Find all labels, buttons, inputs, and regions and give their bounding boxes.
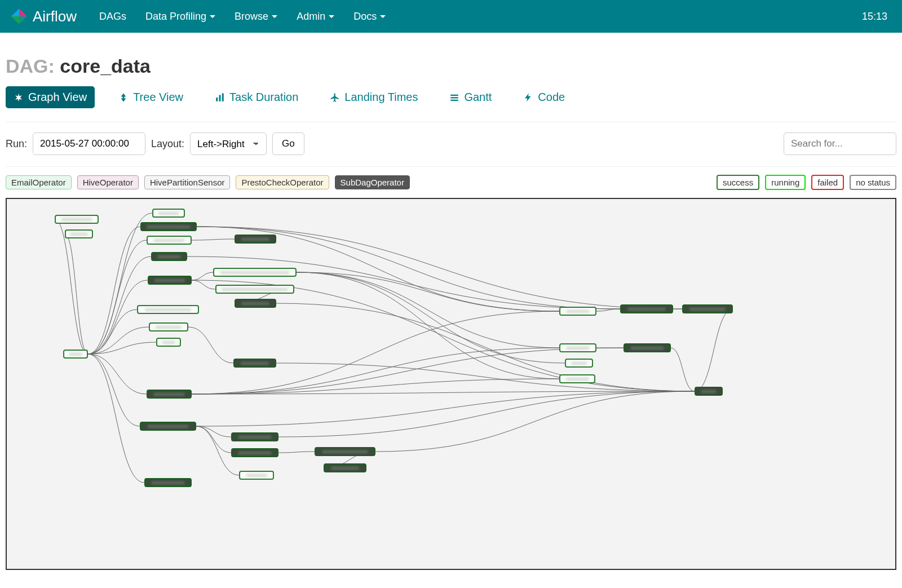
list-icon — [449, 92, 459, 103]
tab-graph-view[interactable]: Graph View — [6, 86, 95, 108]
legend-operator-hivepartitionsensor[interactable]: HivePartitionSensor — [144, 175, 231, 189]
graph-node[interactable]: xxxxxxxxxx — [149, 322, 188, 331]
graph-node[interactable]: xxxxxxxxxxx — [233, 359, 276, 368]
legend-operator-subdagoperator[interactable]: SubDagOperator — [335, 175, 410, 189]
graph-edge — [192, 379, 559, 394]
svg-marker-2 — [11, 16, 19, 24]
nav-item-data-profiling[interactable]: Data Profiling — [136, 7, 224, 26]
nav-item-admin[interactable]: Admin — [288, 7, 343, 26]
graph-node[interactable]: xxxxxxxxxxxxx — [231, 432, 278, 441]
graph-node-label: xxxxxxxx — [246, 472, 267, 478]
graph-node[interactable]: xxxxxxxxxxxxxxxxxx — [137, 305, 199, 314]
graph-edge — [196, 426, 231, 437]
legend-status-failed[interactable]: failed — [811, 175, 844, 190]
tab-label: Task Duration — [229, 91, 298, 104]
chevron-down-icon — [380, 15, 386, 18]
graph-node[interactable]: xxxxxxxxxxxxxxxxxxxxxxxxxx — [215, 285, 294, 294]
svg-rect-6 — [222, 93, 224, 101]
legend-status-no-status[interactable]: no status — [850, 175, 896, 190]
graph-edge — [88, 240, 147, 354]
graph-node[interactable]: xxxxxxxxxxx — [235, 235, 276, 244]
graph-node[interactable]: xxxxxxxxxxxxxxxx — [140, 422, 196, 431]
graph-node[interactable]: xxxxxx — [565, 359, 593, 368]
graph-node[interactable]: xxxxxxxxxxxx — [147, 390, 192, 399]
tab-landing-times[interactable]: Landing Times — [322, 86, 426, 108]
graph-node-label: xxxxxx — [572, 360, 587, 366]
graph-node-label: xxxxxxxxx — [158, 254, 181, 259]
tab-code[interactable]: Code — [515, 86, 573, 108]
graph-node[interactable]: xxxxx — [63, 350, 88, 359]
legend-status-running[interactable]: running — [765, 175, 806, 190]
asterisk-icon — [14, 92, 24, 103]
graph-node[interactable]: xxxxxxxxx — [559, 374, 595, 383]
graph-canvas[interactable]: xxxxxxxxxxxxxxxxxxxxxxxxxxxxxxxxxxxxxxxx… — [6, 198, 896, 570]
graph-node[interactable]: xxxxxxxxxxxx — [147, 236, 192, 245]
tab-task-duration[interactable]: Task Duration — [207, 86, 306, 108]
graph-edge — [278, 452, 315, 453]
graph-node[interactable]: xxxxxxxxxxxxxx — [682, 304, 733, 313]
graph-edge — [695, 309, 733, 391]
search-input[interactable] — [784, 132, 896, 155]
graph-node-label: xxxxxxxxxxxx — [154, 277, 185, 283]
graph-node-label: xxxxxxxxx — [567, 345, 590, 351]
nav-items: DAGsData ProfilingBrowseAdminDocs — [90, 7, 395, 26]
graph-node-label: xxxxxxxxxxxxxxxxxxxxxxxxxx — [222, 286, 288, 292]
brand-text: Airflow — [33, 8, 77, 25]
graph-node[interactable]: xxxxxxxxxxxxxxx — [620, 304, 673, 313]
graph-node[interactable]: xxxxxxxxxxx — [324, 463, 366, 472]
graph-node-label: xxxxxxxxxxxxxxxxxx — [322, 449, 368, 454]
graph-edges-layer — [7, 199, 895, 569]
graph-controls: Run: Layout: Left->Right Go — [6, 132, 896, 167]
graph-node[interactable]: xxxxxxxxxxxx — [148, 276, 192, 285]
view-tabs: Graph ViewTree ViewTask DurationLanding … — [6, 86, 896, 122]
legend-operator-hiveoperator[interactable]: HiveOperator — [77, 175, 139, 189]
graph-node[interactable]: xxxxxxxxxxxxxxxxxx — [315, 447, 375, 456]
graph-node[interactable]: xxxxxx — [695, 387, 723, 396]
graph-node-label: xxxxxxxxxx — [156, 324, 182, 330]
tab-label: Graph View — [28, 91, 87, 104]
graph-node[interactable]: xxxxxxxxxxxxx — [231, 448, 278, 457]
page-title-name: core_data — [60, 55, 151, 77]
tab-label: Tree View — [133, 91, 183, 104]
graph-node[interactable]: xxxxxxxxxxxxx — [144, 478, 192, 487]
graph-edge — [88, 227, 140, 354]
nav-item-dags[interactable]: DAGs — [90, 7, 135, 26]
nav-item-docs[interactable]: Docs — [344, 7, 395, 26]
bar-chart-icon — [215, 92, 225, 103]
legend-operator-emailoperator[interactable]: EmailOperator — [6, 175, 72, 189]
graph-node-label: xxxxxxx — [70, 231, 88, 237]
go-button[interactable]: Go — [272, 132, 304, 155]
brand[interactable]: Airflow — [10, 7, 77, 25]
plane-icon — [330, 92, 340, 103]
graph-node[interactable]: xxxxxxxxxxxxxxxxx — [140, 222, 197, 231]
tab-tree-view[interactable]: Tree View — [110, 86, 191, 108]
graph-node[interactable]: xxxxxxxxx — [151, 252, 187, 261]
status-legend: successrunningfailedno status — [717, 175, 896, 190]
graph-node-label: xxxxxxxxxxx — [241, 300, 269, 306]
graph-node[interactable]: xxxxxxxxx — [559, 307, 596, 316]
nav-item-browse[interactable]: Browse — [226, 7, 286, 26]
graph-node[interactable]: xxxxxxxxx — [559, 343, 596, 352]
graph-node-label: xxxxxxxxxxx — [331, 465, 359, 471]
graph-node[interactable]: xxxxxxx — [65, 229, 93, 238]
graph-edge — [88, 213, 152, 354]
graph-node-label: xxxxxxxxxxxxxxxxxxxxxxxxxxx — [220, 269, 289, 275]
layout-select[interactable]: Left->Right — [190, 132, 267, 155]
tab-gantt[interactable]: Gantt — [441, 86, 499, 108]
graph-node[interactable]: xxxxxxxxxxxxx — [624, 343, 671, 352]
graph-node[interactable]: xxxxxxxxxxxx — [55, 215, 99, 224]
graph-node[interactable]: xxxxxxxx — [152, 209, 185, 218]
chevron-down-icon — [329, 15, 334, 18]
graph-node[interactable]: xxxxxxxxxxx — [235, 299, 276, 308]
tab-label: Gantt — [464, 91, 492, 104]
graph-node-label: xxxxxxxxxxxx — [154, 237, 184, 243]
legend-operator-prestocheckoperator[interactable]: PrestoCheckOperator — [236, 175, 329, 189]
legend-status-success[interactable]: success — [717, 175, 759, 190]
graph-node-label: xxxxxxxxxxxxx — [631, 345, 664, 351]
navbar: Airflow DAGsData ProfilingBrowseAdminDoc… — [0, 0, 902, 33]
graph-node[interactable]: xxxxx — [156, 338, 181, 347]
graph-edge — [297, 272, 559, 311]
run-input[interactable] — [33, 132, 145, 155]
graph-node[interactable]: xxxxxxxx — [239, 471, 274, 480]
graph-node[interactable]: xxxxxxxxxxxxxxxxxxxxxxxxxxx — [213, 268, 297, 277]
